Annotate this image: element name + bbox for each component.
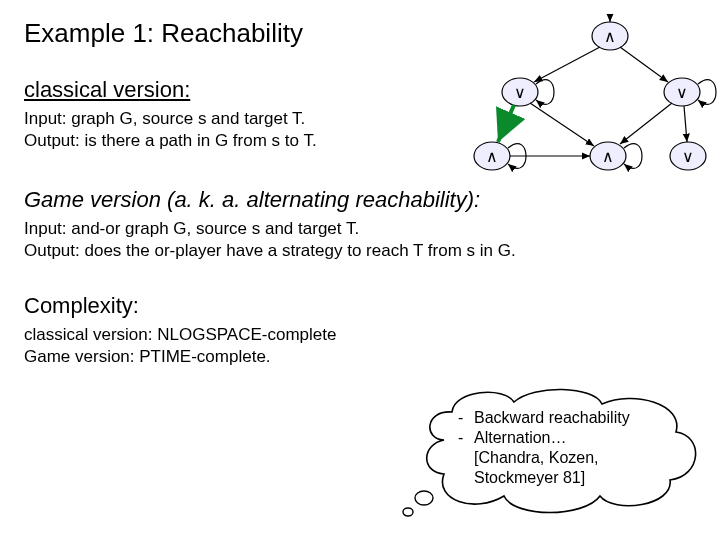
graph-diagram: ∧ ∨ ∨ ∧ ∧ ∨ <box>450 14 710 184</box>
edge <box>620 47 668 82</box>
node-label-or: ∨ <box>514 84 526 101</box>
node-label-and: ∧ <box>486 148 498 165</box>
edge <box>684 106 687 142</box>
complexity-classical: classical version: NLOGSPACE-complete <box>24 325 696 345</box>
complexity-heading: Complexity: <box>24 293 696 319</box>
edge <box>534 47 600 82</box>
game-input: Input: and-or graph G, source s and targ… <box>24 219 696 239</box>
edge-green <box>498 105 514 142</box>
cloud-callout: -Backward reachability -Alternation… [Ch… <box>404 380 704 520</box>
cloud-line-4: Stockmeyer 81] <box>474 468 585 488</box>
cloud-line-2: Alternation… <box>474 428 567 448</box>
svg-point-1 <box>403 508 413 516</box>
complexity-block: Complexity: classical version: NLOGSPACE… <box>24 293 696 367</box>
selfloop <box>624 144 642 169</box>
node-label-or: ∨ <box>682 148 694 165</box>
graph-svg: ∧ ∨ ∨ ∧ ∧ ∨ <box>450 14 710 184</box>
cloud-text: -Backward reachability -Alternation… [Ch… <box>458 408 630 488</box>
game-heading: Game version (a. k. a. alternating reach… <box>24 187 696 213</box>
node-label-and: ∧ <box>602 148 614 165</box>
svg-point-0 <box>415 491 433 505</box>
selfloop-or-left <box>536 80 554 105</box>
game-output: Output: does the or-player have a strate… <box>24 241 696 261</box>
node-label-and: ∧ <box>604 28 616 45</box>
edge <box>620 103 672 144</box>
node-label-or: ∨ <box>676 84 688 101</box>
edge <box>530 103 594 146</box>
selfloop-or-right <box>698 80 716 105</box>
slide: Example 1: Reachability ∧ ∨ ∨ <box>0 0 720 540</box>
cloud-line-3: [Chandra, Kozen, <box>474 448 599 468</box>
cloud-line-1: Backward reachability <box>474 408 630 428</box>
complexity-game: Game version: PTIME-complete. <box>24 347 696 367</box>
